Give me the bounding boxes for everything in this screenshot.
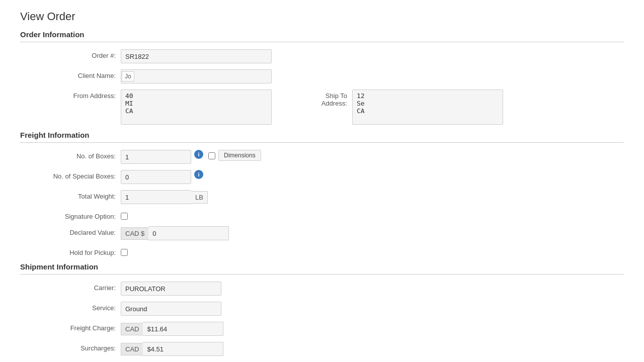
shipment-info-heading: Shipment Information bbox=[20, 262, 624, 271]
num-boxes-info-icon[interactable]: i bbox=[194, 150, 203, 159]
order-number-input[interactable] bbox=[121, 49, 272, 63]
surcharges-row: Surcharges: CAD bbox=[20, 342, 624, 356]
hold-for-pickup-checkbox[interactable] bbox=[121, 249, 128, 256]
hold-for-pickup-label: Hold for Pickup: bbox=[20, 246, 121, 256]
from-address-label: From Address: bbox=[20, 89, 121, 100]
surcharges-group: CAD bbox=[121, 342, 223, 356]
freight-info-divider bbox=[20, 142, 624, 143]
order-number-label: Order #: bbox=[20, 49, 121, 59]
ship-to-address-block: Ship To Address: 12 Se CA bbox=[312, 89, 503, 125]
total-weight-input[interactable] bbox=[121, 190, 191, 204]
from-address-input[interactable]: 40 MI CA bbox=[121, 89, 272, 125]
num-boxes-input[interactable] bbox=[121, 150, 191, 164]
client-name-label: Client Name: bbox=[20, 69, 121, 79]
weight-input-group: LB bbox=[121, 190, 208, 204]
ship-to-address-input[interactable]: 12 Se CA bbox=[352, 89, 503, 125]
order-information-section: Order Information Order #: Client Name: … bbox=[20, 30, 624, 125]
client-name-input[interactable] bbox=[121, 69, 272, 83]
client-name-row: Client Name: Jo bbox=[20, 69, 624, 83]
freight-charge-row: Freight Charge: CAD bbox=[20, 322, 624, 336]
freight-charge-currency: CAD bbox=[121, 323, 143, 335]
freight-charge-group: CAD bbox=[121, 322, 223, 336]
carrier-label: Carrier: bbox=[20, 282, 121, 292]
num-boxes-label: No. of Boxes: bbox=[20, 150, 121, 160]
declared-value-group: CAD $ bbox=[121, 226, 229, 240]
num-boxes-row: No. of Boxes: i Dimensions bbox=[20, 150, 624, 164]
num-special-boxes-info-icon[interactable]: i bbox=[194, 170, 203, 179]
num-special-boxes-row: No. of Special Boxes: i bbox=[20, 170, 624, 184]
freight-information-section: Freight Information No. of Boxes: i Dime… bbox=[20, 131, 624, 256]
declared-value-input[interactable] bbox=[148, 226, 229, 240]
shipment-information-section: Shipment Information Carrier: Service: F… bbox=[20, 262, 624, 362]
signature-option-checkbox[interactable] bbox=[121, 213, 128, 220]
declared-value-currency: CAD $ bbox=[121, 227, 148, 240]
declared-value-row: Declared Value: CAD $ bbox=[20, 226, 624, 240]
carrier-row: Carrier: bbox=[20, 282, 624, 296]
order-number-row: Order #: bbox=[20, 49, 624, 63]
total-weight-row: Total Weight: LB bbox=[20, 190, 624, 204]
total-weight-label: Total Weight: bbox=[20, 190, 121, 200]
carrier-input[interactable] bbox=[121, 282, 221, 296]
shipment-info-divider bbox=[20, 274, 624, 275]
num-special-boxes-label: No. of Special Boxes: bbox=[20, 170, 121, 180]
signature-option-label: Signature Option: bbox=[20, 210, 121, 220]
hold-for-pickup-row: Hold for Pickup: bbox=[20, 246, 624, 256]
from-address-block: From Address: 40 MI CA bbox=[20, 89, 272, 125]
ship-to-label: Ship To Address: bbox=[312, 89, 352, 107]
order-info-heading: Order Information bbox=[20, 30, 624, 39]
order-info-divider bbox=[20, 42, 624, 42]
service-row: Service: bbox=[20, 302, 624, 316]
address-row: From Address: 40 MI CA Ship To Address: … bbox=[20, 89, 624, 125]
signature-option-row: Signature Option: bbox=[20, 210, 624, 220]
client-name-wrapper: Jo bbox=[121, 69, 272, 83]
surcharges-currency: CAD bbox=[121, 343, 143, 355]
freight-info-heading: Freight Information bbox=[20, 131, 624, 139]
page-title: View Order bbox=[20, 10, 624, 23]
freight-charge-label: Freight Charge: bbox=[20, 322, 121, 332]
service-input[interactable] bbox=[121, 302, 221, 316]
dimensions-button[interactable]: Dimensions bbox=[218, 150, 261, 161]
declared-value-label: Declared Value: bbox=[20, 226, 121, 236]
service-label: Service: bbox=[20, 302, 121, 312]
num-special-boxes-input[interactable] bbox=[121, 170, 191, 184]
freight-charge-input[interactable] bbox=[143, 322, 223, 336]
surcharges-input[interactable] bbox=[143, 342, 223, 356]
dimensions-checkbox[interactable] bbox=[208, 152, 215, 159]
weight-unit-badge: LB bbox=[191, 191, 208, 204]
surcharges-label: Surcharges: bbox=[20, 342, 121, 352]
